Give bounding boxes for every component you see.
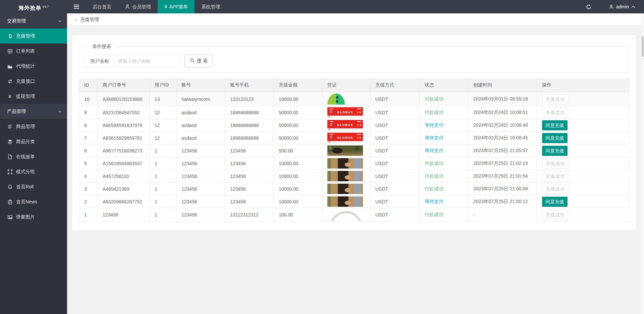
sidebar-item-recharge-api[interactable]: 充值接口: [0, 74, 67, 89]
topbar: 海外抢单V3.7 后台首页会员管理¥APP菜单系统管理 admin: [0, 0, 644, 13]
hamburger-menu-icon[interactable]: [67, 0, 86, 13]
sidebar-item-withdraw-manage[interactable]: ¥提现管理: [0, 89, 67, 104]
cell-amount: 50000.00: [274, 132, 322, 144]
table-row: 7A8361582985978112asdasd1888888888850000…: [79, 132, 629, 144]
voucher-image[interactable]: [327, 93, 345, 105]
cell-user-id: 13: [150, 92, 176, 106]
cell-order-no: A83615829859781: [98, 132, 150, 144]
cell-phone: 18888888888: [225, 132, 274, 144]
sidebar-item-label: 模式分组: [16, 169, 35, 175]
cell-phone: 123456: [225, 183, 274, 195]
table-row: 2A63209888287752112345612345610000.00USD…: [79, 195, 629, 208]
nav-item-dashboard[interactable]: 后台首页: [86, 0, 118, 13]
voucher-image[interactable]: GLOBUS: [327, 107, 363, 118]
cell-order-no: A485421369: [98, 183, 150, 195]
column-header-6: 凭证: [322, 78, 370, 92]
cell-created: 2024年03月01日 09:55:19: [468, 92, 537, 106]
layers-icon: [7, 139, 13, 144]
voucher-image[interactable]: [327, 209, 363, 221]
cell-id: 9: [79, 106, 98, 119]
sidebar-item-home-roll[interactable]: 首页Roll: [0, 179, 67, 194]
status-badge: 付款成功: [425, 186, 443, 191]
sidebar-item-online-dispatch[interactable]: 在线派单: [0, 149, 67, 164]
sidebar-group-trade-manage[interactable]: 交易管理: [0, 13, 67, 28]
cell-order-no: A5237084947552: [98, 106, 150, 119]
admin-menu[interactable]: admin: [600, 0, 644, 13]
cell-account: asdasd: [176, 106, 225, 119]
sidebar-item-label: 提现管理: [16, 93, 35, 100]
voucher-image[interactable]: [327, 196, 363, 207]
cell-phone: 123456: [225, 195, 274, 208]
bitcoin-icon: [7, 33, 13, 39]
refresh-icon[interactable]: [578, 0, 600, 13]
scrollbar-thumb[interactable]: [642, 36, 644, 57]
sidebar-item-home-news[interactable]: 首页News: [0, 194, 67, 209]
cell-status: 付款成功: [420, 208, 468, 222]
sidebar-item-order-list[interactable]: 订单列表: [0, 44, 67, 59]
sidebar-item-popup-image[interactable]: 弹窗图片: [0, 209, 67, 225]
column-header-1: 商户订单号: [98, 78, 150, 92]
approve-recharge-button[interactable]: 同意充值: [542, 146, 568, 156]
approve-recharge-button[interactable]: 同意充值: [542, 120, 568, 130]
status-badge: 付款成功: [425, 173, 443, 179]
app-logo[interactable]: 海外抢单V3.7: [0, 0, 67, 13]
nav-item-members[interactable]: 会员管理: [118, 0, 158, 13]
search-legend: 条件搜索: [89, 44, 114, 50]
cell-user-id: 12: [150, 132, 176, 144]
cell-created: 2023年07月25日 21:01:54: [468, 170, 537, 183]
voucher-image[interactable]: [327, 158, 363, 169]
sidebar-group-label: 交易管理: [7, 18, 26, 23]
cell-account: haiwaiymcom: [176, 92, 225, 106]
voucher-image[interactable]: GLOBUS: [327, 133, 363, 143]
cell-amount: 500.00: [274, 144, 322, 157]
cell-status: 等待支付: [420, 144, 468, 157]
sidebar-item-recharge-manage[interactable]: 充值管理: [0, 28, 67, 44]
cell-voucher: GLOBUS: [322, 106, 370, 119]
cell-method: USDT: [370, 132, 420, 144]
voucher-globus-banner: GLOBUS: [327, 120, 363, 128]
sidebar-item-goods-category[interactable]: 商品分类: [0, 134, 67, 149]
cell-status: 付款成功: [420, 183, 468, 195]
cell-voucher: [322, 170, 370, 183]
cell-user-id: 1: [150, 208, 176, 222]
content: 条件搜索 用户名称 搜 索: [67, 25, 644, 230]
nav-item-label: 会员管理: [132, 0, 151, 13]
table-row: 5A15619584883537112345612345610000.00USD…: [79, 157, 629, 170]
voucher-image[interactable]: [327, 184, 363, 194]
cell-amount: 10000.00: [274, 92, 322, 106]
voucher-image[interactable]: [327, 171, 363, 181]
cell-phone: 18888888888: [225, 119, 274, 132]
voucher-globus-banner: GLOBUS: [327, 133, 363, 141]
scrollbar-track[interactable]: [641, 13, 644, 314]
cell-action: 充值成功: [537, 170, 629, 183]
approve-recharge-button[interactable]: 同意充值: [542, 133, 568, 143]
sidebar-item-agent-stats[interactable]: 代理统计: [0, 59, 67, 74]
cell-action: 充值成功: [537, 92, 629, 106]
cell-created: 2024年02月24日 10:08:51: [468, 106, 537, 119]
cell-voucher: GLOBUS: [322, 132, 370, 144]
cell-order-no: A96777516038273: [98, 144, 150, 157]
sidebar-item-goods-manage[interactable]: 商品管理: [0, 119, 67, 134]
username-input[interactable]: [114, 55, 180, 67]
nav-item-system[interactable]: 系统管理: [195, 0, 227, 13]
image-icon: [7, 214, 13, 220]
cell-id: 4: [79, 170, 98, 183]
cell-user-id: 12: [150, 106, 176, 119]
nav-item-app-menu[interactable]: ¥APP菜单: [158, 0, 195, 13]
cell-voucher: [322, 92, 370, 106]
sidebar-item-mode-group[interactable]: 模式分组: [0, 164, 67, 179]
cell-id: 8: [79, 119, 98, 132]
breadcrumb-current: 充值管理: [80, 17, 99, 22]
cell-amount: 50000.00: [274, 106, 322, 119]
search-button[interactable]: 搜 索: [184, 55, 213, 67]
chevron-down-icon: [58, 104, 62, 119]
approve-recharge-button[interactable]: 同意充值: [542, 197, 568, 207]
voucher-image[interactable]: [327, 145, 363, 156]
voucher-image[interactable]: GLOBUS: [327, 120, 363, 130]
file-icon: [7, 154, 13, 160]
cell-method: USDT: [370, 106, 420, 119]
column-header-4: 账号手机: [225, 78, 274, 92]
breadcrumb-separator-icon: »: [74, 16, 77, 22]
sidebar-group-product-manage[interactable]: 产品管理: [0, 104, 67, 119]
sidebar-item-label: 订单列表: [16, 48, 35, 54]
